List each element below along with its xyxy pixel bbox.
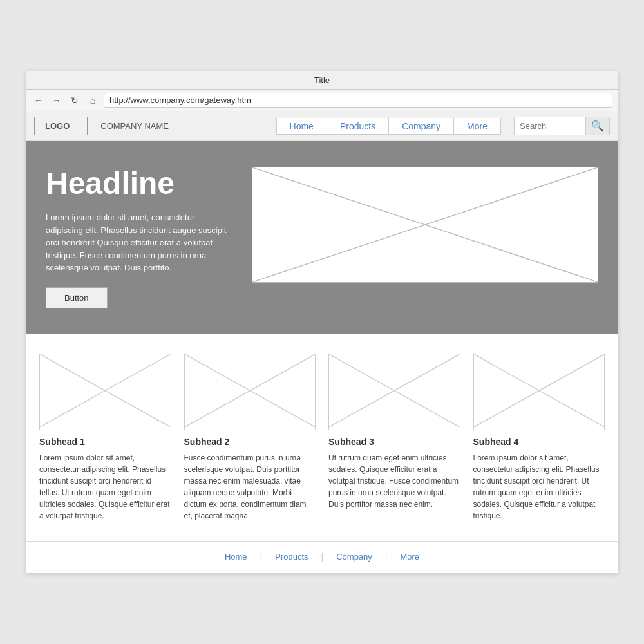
hero-headline: Headline <box>46 167 232 201</box>
card-2-image <box>184 354 316 430</box>
card-1-image <box>39 354 171 430</box>
refresh-button[interactable]: ↻ <box>68 93 82 108</box>
nav-link-more[interactable]: More <box>453 118 501 135</box>
logo-label: LOGO <box>45 121 70 131</box>
browser-controls-bar: ← → ↻ ⌂ <box>26 90 618 111</box>
search-input[interactable] <box>515 118 585 133</box>
card-3-text: Ut rutrum quam eget enim ultricies sodal… <box>328 452 460 510</box>
company-name-label: COMPANY NAME <box>100 121 169 131</box>
card-3-image-x <box>329 354 460 427</box>
home-button[interactable]: ⌂ <box>86 93 100 108</box>
url-bar[interactable] <box>104 93 612 108</box>
footer-link-company[interactable]: Company <box>323 552 385 562</box>
card-4: Subhead 4 Lorem ipsum dolor sit amet, co… <box>473 354 605 522</box>
card-2-image-x <box>185 354 316 427</box>
footer-link-products[interactable]: Products <box>262 552 321 562</box>
footer-link-more[interactable]: More <box>387 552 432 562</box>
hero-section: Headline Lorem ipsum dolor sit amet, con… <box>26 141 618 334</box>
hero-button[interactable]: Button <box>46 287 108 308</box>
card-3: Subhead 3 Ut rutrum quam eget enim ultri… <box>328 354 460 522</box>
nav-links: Home Products Company More <box>276 118 501 135</box>
hero-image-placeholder <box>252 167 598 283</box>
search-box: 🔍 <box>514 117 610 135</box>
logo-box: LOGO <box>34 117 80 135</box>
card-1-image-x <box>40 354 171 427</box>
card-2-text: Fusce condimentum purus in urna sceleris… <box>184 452 316 522</box>
browser-title-bar: Title <box>26 71 618 90</box>
card-4-image <box>473 354 605 430</box>
card-4-title: Subhead 4 <box>473 437 605 447</box>
card-4-text: Lorem ipsum dolor sit amet, consectetur … <box>473 452 605 522</box>
company-name-box: COMPANY NAME <box>87 117 182 135</box>
card-4-image-x <box>474 354 605 427</box>
hero-image-x <box>252 167 598 282</box>
browser-title: Title <box>314 75 330 85</box>
nav-link-products[interactable]: Products <box>327 118 388 135</box>
search-button[interactable]: 🔍 <box>585 117 609 135</box>
card-2: Subhead 2 Fusce condimentum purus in urn… <box>184 354 316 522</box>
hero-left: Headline Lorem ipsum dolor sit amet, con… <box>46 167 232 308</box>
card-1-title: Subhead 1 <box>39 437 171 447</box>
site-footer: Home | Products | Company | More <box>26 541 618 573</box>
hero-text: Lorem ipsum dolor sit amet, consectetur … <box>46 211 232 274</box>
card-3-image <box>328 354 460 430</box>
card-3-title: Subhead 3 <box>328 437 460 447</box>
footer-link-home[interactable]: Home <box>212 552 260 562</box>
card-2-title: Subhead 2 <box>184 437 316 447</box>
forward-button[interactable]: → <box>50 93 64 108</box>
nav-link-company[interactable]: Company <box>388 118 453 135</box>
cards-section: Subhead 1 Lorem ipsum dolor sit amet, co… <box>26 334 618 541</box>
site-nav: LOGO COMPANY NAME Home Products Company … <box>26 111 618 141</box>
browser-window: Title ← → ↻ ⌂ LOGO COMPANY NAME Home Pro… <box>26 71 618 573</box>
nav-link-home[interactable]: Home <box>276 118 327 135</box>
back-button[interactable]: ← <box>32 93 46 108</box>
card-1: Subhead 1 Lorem ipsum dolor sit amet, co… <box>39 354 171 522</box>
card-1-text: Lorem ipsum dolor sit amet, consectetur … <box>39 452 171 522</box>
